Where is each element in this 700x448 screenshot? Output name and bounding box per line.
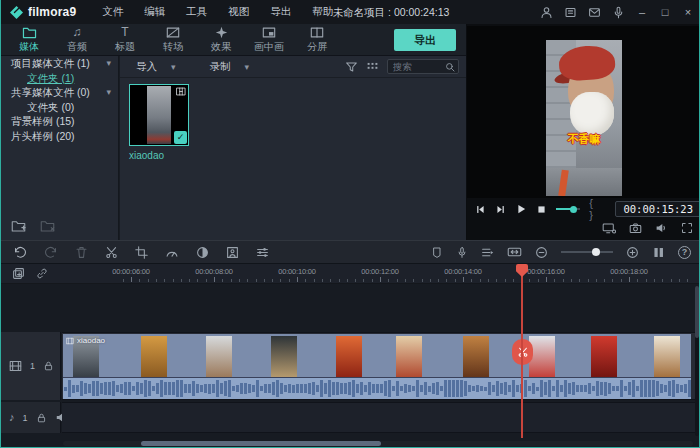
clip-thumbnail	[206, 336, 232, 377]
menu-view[interactable]: 视图	[228, 5, 249, 19]
display-settings-icon[interactable]	[602, 222, 616, 234]
voice-icon[interactable]	[612, 6, 625, 19]
stop-button[interactable]	[536, 204, 547, 215]
preview-timecode[interactable]: 00:00:15:23	[615, 201, 700, 217]
folder-icon	[22, 25, 37, 39]
chevron-down-icon: ▾	[171, 62, 176, 72]
speed-icon[interactable]	[165, 246, 179, 259]
audio-track-lane[interactable]	[62, 402, 700, 433]
filmora-logo-icon	[10, 6, 23, 19]
tab-pip[interactable]: 画中画	[247, 24, 291, 56]
sidebar-item-project-media[interactable]: 项目媒体文件 (1) ▾	[1, 56, 118, 71]
timeline-ruler[interactable]: 00:00:06:0000:00:08:0000:00:10:0000:00:1…	[61, 264, 699, 284]
export-button[interactable]: 导出	[394, 29, 456, 51]
video-track-lane[interactable]: xiaodao	[62, 332, 700, 400]
preview-panel: 不香嘛 { } 00:00:15:23	[467, 24, 700, 240]
split-scissors-icon[interactable]	[105, 246, 118, 259]
preview-screen[interactable]: 不香嘛	[467, 26, 700, 198]
link-clips-icon[interactable]	[36, 267, 48, 280]
add-folder-icon[interactable]	[11, 219, 26, 232]
undo-icon[interactable]	[13, 246, 27, 259]
account-icon[interactable]	[540, 6, 553, 19]
manage-tracks-icon[interactable]	[12, 267, 25, 280]
grid-view-icon[interactable]	[366, 61, 379, 73]
redo-icon[interactable]	[44, 246, 58, 259]
fullscreen-icon[interactable]	[681, 222, 693, 234]
chevron-down-icon[interactable]: ▾	[106, 56, 111, 71]
previous-frame-button[interactable]	[475, 204, 486, 215]
delete-icon[interactable]	[75, 246, 88, 259]
sidebar-item-folder-0[interactable]: 文件夹 (0)	[1, 100, 118, 115]
media-clip-card[interactable]: ✓	[129, 84, 189, 146]
zoom-slider-knob[interactable]	[592, 248, 600, 256]
audio-track-icon: ♪	[9, 412, 15, 423]
import-dropdown[interactable]: 导入 ▾	[136, 60, 176, 74]
video-track-header: 1	[1, 332, 61, 400]
menu-file[interactable]: 文件	[102, 5, 123, 19]
chroma-key-icon[interactable]	[226, 246, 239, 259]
media-clip-thumbnail	[147, 86, 171, 144]
tab-effects[interactable]: 效果	[199, 24, 243, 56]
edit-toolbar: ?	[1, 240, 700, 264]
marker-icon[interactable]	[431, 246, 443, 259]
video-subtitle: 不香嘛	[546, 132, 622, 147]
tab-transitions[interactable]: 转场	[151, 24, 195, 56]
lock-icon[interactable]	[36, 412, 47, 424]
color-correction-icon[interactable]	[196, 246, 209, 259]
zoom-in-icon[interactable]	[626, 246, 639, 259]
playhead-line[interactable]	[521, 264, 523, 438]
tab-splitscreen[interactable]: 分屏	[295, 24, 339, 56]
minimize-button[interactable]: –	[636, 6, 648, 18]
tab-titles[interactable]: T 标题	[103, 24, 147, 56]
picture-in-picture-icon	[262, 25, 276, 39]
media-library-sidebar: 项目媒体文件 (1) ▾ 文件夹 (1) 共享媒体文件 (0) ▾ 文件夹 (0…	[1, 56, 119, 240]
record-dropdown[interactable]: 录制 ▾	[210, 60, 250, 74]
sidebar-item-folder-1[interactable]: 文件夹 (1)	[1, 71, 118, 86]
zoom-out-icon[interactable]	[535, 246, 548, 259]
play-button[interactable]	[515, 203, 527, 215]
next-frame-button[interactable]	[495, 204, 506, 215]
maximize-button[interactable]: □	[659, 6, 671, 18]
help-icon[interactable]: ?	[678, 246, 691, 259]
timeline-zoom-slider[interactable]	[561, 251, 613, 253]
timeline-video-clip[interactable]: xiaodao	[63, 334, 691, 399]
preview-progress-slider[interactable]	[556, 208, 580, 210]
mail-icon[interactable]	[588, 6, 601, 19]
menu-edit[interactable]: 编辑	[144, 5, 165, 19]
vertical-scrollbar-thumb[interactable]	[695, 286, 699, 338]
tab-media[interactable]: 媒体	[7, 24, 51, 56]
news-icon[interactable]	[564, 6, 577, 19]
lock-icon[interactable]	[43, 360, 54, 372]
menubar: 文件 编辑 工具 视图 导出 帮助	[102, 5, 333, 19]
split-screen-icon	[310, 25, 324, 39]
sidebar-item-background-samples[interactable]: 背景样例 (15)	[1, 114, 118, 129]
speaker-icon[interactable]	[655, 222, 668, 234]
record-voiceover-icon[interactable]	[456, 246, 468, 259]
filter-icon[interactable]	[345, 61, 358, 73]
ruler-label: 00:00:08:00	[195, 267, 232, 276]
clip-thumbnail	[271, 336, 297, 377]
zoom-to-fit-icon[interactable]	[507, 246, 522, 258]
transition-icon	[166, 25, 180, 39]
tab-audio[interactable]: ♫ 音频	[55, 24, 99, 56]
horizontal-scrollbar-thumb[interactable]	[141, 441, 381, 446]
delete-folder-icon[interactable]	[40, 219, 55, 232]
crop-icon[interactable]	[135, 246, 148, 259]
audio-mixer-icon[interactable]	[481, 246, 494, 259]
adjust-sliders-icon[interactable]	[256, 246, 269, 259]
snapshot-camera-icon[interactable]	[629, 222, 642, 234]
star-effect-icon	[215, 25, 228, 39]
media-clip-name[interactable]: xiaodao	[129, 150, 164, 161]
menu-export[interactable]: 导出	[270, 5, 291, 19]
mark-in-out-icon[interactable]: { }	[589, 197, 604, 221]
chevron-down-icon[interactable]: ▾	[106, 85, 111, 100]
sidebar-item-shared-media[interactable]: 共享媒体文件 (0) ▾	[1, 85, 118, 100]
close-button[interactable]: ×	[682, 6, 694, 18]
clip-thumbnail	[654, 336, 680, 377]
search-input[interactable]	[393, 61, 445, 72]
dual-pane-icon[interactable]	[652, 246, 665, 259]
asset-tabbar: 媒体 ♫ 音频 T 标题 转场 效果 画中画 分屏 导出	[1, 24, 466, 56]
audio-track-number: 1	[23, 413, 28, 423]
sidebar-item-intro-samples[interactable]: 片头样例 (20)	[1, 129, 118, 144]
menu-tools[interactable]: 工具	[186, 5, 207, 19]
